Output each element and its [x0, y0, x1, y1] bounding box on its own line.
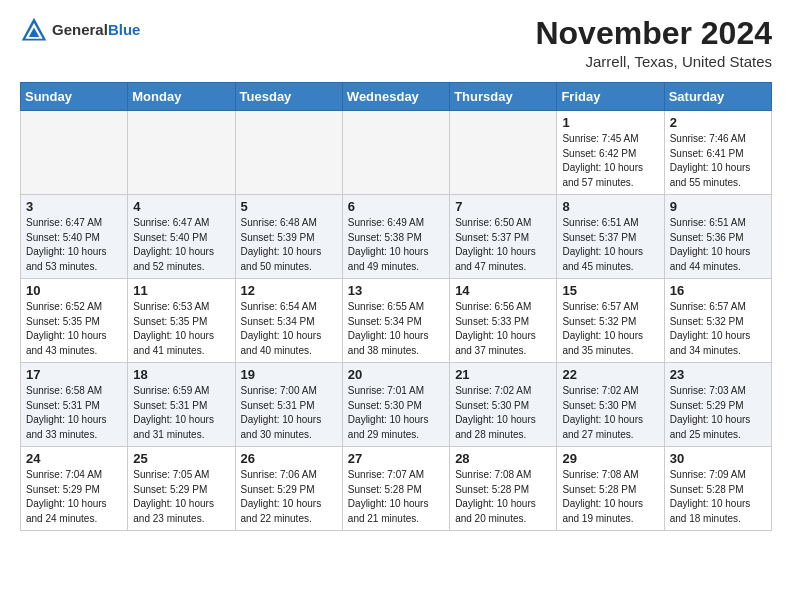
- day-number: 13: [348, 283, 444, 298]
- day-info: Sunrise: 7:03 AM Sunset: 5:29 PM Dayligh…: [670, 384, 766, 442]
- day-info: Sunrise: 7:02 AM Sunset: 5:30 PM Dayligh…: [455, 384, 551, 442]
- day-number: 15: [562, 283, 658, 298]
- day-number: 3: [26, 199, 122, 214]
- day-cell: 29Sunrise: 7:08 AM Sunset: 5:28 PM Dayli…: [557, 447, 664, 531]
- day-cell: [450, 111, 557, 195]
- day-cell: [342, 111, 449, 195]
- day-number: 23: [670, 367, 766, 382]
- col-header-saturday: Saturday: [664, 83, 771, 111]
- day-number: 8: [562, 199, 658, 214]
- col-header-thursday: Thursday: [450, 83, 557, 111]
- day-number: 10: [26, 283, 122, 298]
- day-cell: 28Sunrise: 7:08 AM Sunset: 5:28 PM Dayli…: [450, 447, 557, 531]
- day-info: Sunrise: 7:02 AM Sunset: 5:30 PM Dayligh…: [562, 384, 658, 442]
- col-header-tuesday: Tuesday: [235, 83, 342, 111]
- week-row-3: 10Sunrise: 6:52 AM Sunset: 5:35 PM Dayli…: [21, 279, 772, 363]
- day-info: Sunrise: 6:59 AM Sunset: 5:31 PM Dayligh…: [133, 384, 229, 442]
- day-info: Sunrise: 6:51 AM Sunset: 5:36 PM Dayligh…: [670, 216, 766, 274]
- day-cell: 16Sunrise: 6:57 AM Sunset: 5:32 PM Dayli…: [664, 279, 771, 363]
- day-cell: 12Sunrise: 6:54 AM Sunset: 5:34 PM Dayli…: [235, 279, 342, 363]
- day-info: Sunrise: 6:57 AM Sunset: 5:32 PM Dayligh…: [670, 300, 766, 358]
- day-number: 7: [455, 199, 551, 214]
- day-cell: 27Sunrise: 7:07 AM Sunset: 5:28 PM Dayli…: [342, 447, 449, 531]
- week-row-1: 1Sunrise: 7:45 AM Sunset: 6:42 PM Daylig…: [21, 111, 772, 195]
- week-row-5: 24Sunrise: 7:04 AM Sunset: 5:29 PM Dayli…: [21, 447, 772, 531]
- calendar-page: GeneralBlue November 2024 Jarrell, Texas…: [0, 0, 792, 547]
- col-header-monday: Monday: [128, 83, 235, 111]
- day-number: 14: [455, 283, 551, 298]
- day-cell: 17Sunrise: 6:58 AM Sunset: 5:31 PM Dayli…: [21, 363, 128, 447]
- day-cell: 7Sunrise: 6:50 AM Sunset: 5:37 PM Daylig…: [450, 195, 557, 279]
- day-number: 9: [670, 199, 766, 214]
- day-info: Sunrise: 6:53 AM Sunset: 5:35 PM Dayligh…: [133, 300, 229, 358]
- day-info: Sunrise: 6:47 AM Sunset: 5:40 PM Dayligh…: [26, 216, 122, 274]
- day-info: Sunrise: 6:50 AM Sunset: 5:37 PM Dayligh…: [455, 216, 551, 274]
- logo-general: General: [52, 21, 108, 38]
- day-info: Sunrise: 6:52 AM Sunset: 5:35 PM Dayligh…: [26, 300, 122, 358]
- calendar-table: SundayMondayTuesdayWednesdayThursdayFrid…: [20, 82, 772, 531]
- day-info: Sunrise: 7:06 AM Sunset: 5:29 PM Dayligh…: [241, 468, 337, 526]
- day-info: Sunrise: 6:51 AM Sunset: 5:37 PM Dayligh…: [562, 216, 658, 274]
- logo-icon: [20, 16, 48, 44]
- day-number: 25: [133, 451, 229, 466]
- day-info: Sunrise: 7:08 AM Sunset: 5:28 PM Dayligh…: [455, 468, 551, 526]
- day-cell: 8Sunrise: 6:51 AM Sunset: 5:37 PM Daylig…: [557, 195, 664, 279]
- day-cell: 13Sunrise: 6:55 AM Sunset: 5:34 PM Dayli…: [342, 279, 449, 363]
- day-info: Sunrise: 6:55 AM Sunset: 5:34 PM Dayligh…: [348, 300, 444, 358]
- day-cell: 14Sunrise: 6:56 AM Sunset: 5:33 PM Dayli…: [450, 279, 557, 363]
- day-cell: 23Sunrise: 7:03 AM Sunset: 5:29 PM Dayli…: [664, 363, 771, 447]
- day-info: Sunrise: 7:45 AM Sunset: 6:42 PM Dayligh…: [562, 132, 658, 190]
- day-number: 2: [670, 115, 766, 130]
- day-cell: 2Sunrise: 7:46 AM Sunset: 6:41 PM Daylig…: [664, 111, 771, 195]
- day-number: 12: [241, 283, 337, 298]
- location: Jarrell, Texas, United States: [535, 53, 772, 70]
- day-number: 24: [26, 451, 122, 466]
- day-number: 17: [26, 367, 122, 382]
- day-number: 4: [133, 199, 229, 214]
- day-number: 29: [562, 451, 658, 466]
- day-cell: 22Sunrise: 7:02 AM Sunset: 5:30 PM Dayli…: [557, 363, 664, 447]
- day-info: Sunrise: 6:56 AM Sunset: 5:33 PM Dayligh…: [455, 300, 551, 358]
- day-info: Sunrise: 7:01 AM Sunset: 5:30 PM Dayligh…: [348, 384, 444, 442]
- day-cell: 6Sunrise: 6:49 AM Sunset: 5:38 PM Daylig…: [342, 195, 449, 279]
- day-cell: 19Sunrise: 7:00 AM Sunset: 5:31 PM Dayli…: [235, 363, 342, 447]
- day-cell: [21, 111, 128, 195]
- month-title: November 2024: [535, 16, 772, 51]
- logo-text: GeneralBlue: [52, 21, 140, 39]
- week-row-4: 17Sunrise: 6:58 AM Sunset: 5:31 PM Dayli…: [21, 363, 772, 447]
- day-number: 21: [455, 367, 551, 382]
- week-row-2: 3Sunrise: 6:47 AM Sunset: 5:40 PM Daylig…: [21, 195, 772, 279]
- col-header-sunday: Sunday: [21, 83, 128, 111]
- day-info: Sunrise: 7:46 AM Sunset: 6:41 PM Dayligh…: [670, 132, 766, 190]
- day-info: Sunrise: 6:48 AM Sunset: 5:39 PM Dayligh…: [241, 216, 337, 274]
- day-cell: 21Sunrise: 7:02 AM Sunset: 5:30 PM Dayli…: [450, 363, 557, 447]
- day-info: Sunrise: 7:00 AM Sunset: 5:31 PM Dayligh…: [241, 384, 337, 442]
- day-cell: 25Sunrise: 7:05 AM Sunset: 5:29 PM Dayli…: [128, 447, 235, 531]
- day-cell: 4Sunrise: 6:47 AM Sunset: 5:40 PM Daylig…: [128, 195, 235, 279]
- day-number: 6: [348, 199, 444, 214]
- header-row: SundayMondayTuesdayWednesdayThursdayFrid…: [21, 83, 772, 111]
- day-cell: [128, 111, 235, 195]
- day-info: Sunrise: 7:09 AM Sunset: 5:28 PM Dayligh…: [670, 468, 766, 526]
- col-header-friday: Friday: [557, 83, 664, 111]
- day-info: Sunrise: 6:49 AM Sunset: 5:38 PM Dayligh…: [348, 216, 444, 274]
- day-cell: 20Sunrise: 7:01 AM Sunset: 5:30 PM Dayli…: [342, 363, 449, 447]
- day-number: 16: [670, 283, 766, 298]
- day-cell: 11Sunrise: 6:53 AM Sunset: 5:35 PM Dayli…: [128, 279, 235, 363]
- day-info: Sunrise: 6:54 AM Sunset: 5:34 PM Dayligh…: [241, 300, 337, 358]
- day-cell: 3Sunrise: 6:47 AM Sunset: 5:40 PM Daylig…: [21, 195, 128, 279]
- day-number: 11: [133, 283, 229, 298]
- day-number: 19: [241, 367, 337, 382]
- day-info: Sunrise: 6:58 AM Sunset: 5:31 PM Dayligh…: [26, 384, 122, 442]
- day-cell: 15Sunrise: 6:57 AM Sunset: 5:32 PM Dayli…: [557, 279, 664, 363]
- day-number: 26: [241, 451, 337, 466]
- day-number: 20: [348, 367, 444, 382]
- day-info: Sunrise: 6:47 AM Sunset: 5:40 PM Dayligh…: [133, 216, 229, 274]
- day-cell: 10Sunrise: 6:52 AM Sunset: 5:35 PM Dayli…: [21, 279, 128, 363]
- col-header-wednesday: Wednesday: [342, 83, 449, 111]
- header: GeneralBlue November 2024 Jarrell, Texas…: [20, 16, 772, 70]
- day-info: Sunrise: 7:04 AM Sunset: 5:29 PM Dayligh…: [26, 468, 122, 526]
- day-cell: 26Sunrise: 7:06 AM Sunset: 5:29 PM Dayli…: [235, 447, 342, 531]
- logo-blue: Blue: [108, 21, 141, 38]
- day-info: Sunrise: 6:57 AM Sunset: 5:32 PM Dayligh…: [562, 300, 658, 358]
